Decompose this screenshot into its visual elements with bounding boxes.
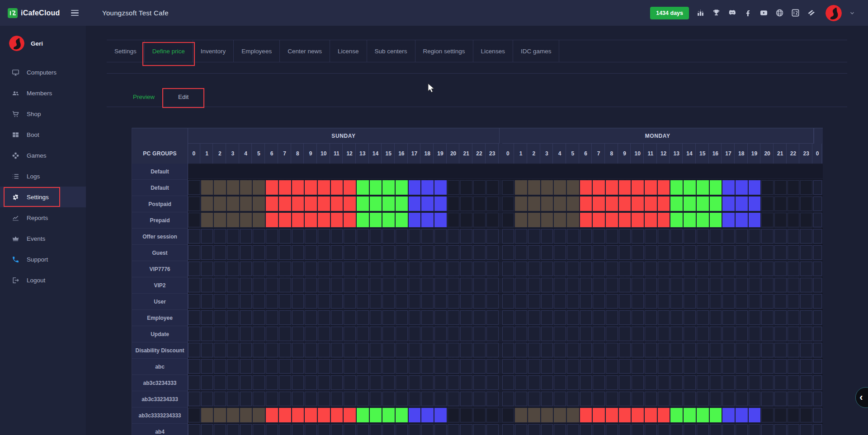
- schedule-cell: [761, 408, 774, 422]
- sidebar-item-logout[interactable]: Logout: [0, 270, 86, 290]
- schedule-cell: [645, 245, 657, 260]
- icafe-logo-icon[interactable]: [791, 9, 800, 17]
- hour-header: 13: [357, 144, 369, 164]
- schedule-cell: [434, 310, 447, 325]
- sidebar-item-computers[interactable]: Computers: [0, 62, 86, 83]
- schedule-cell: [370, 359, 382, 374]
- schedule-cell: [292, 310, 304, 325]
- schedule-cell: [421, 213, 434, 227]
- schedule-cell: [409, 359, 421, 374]
- row-label: Postpaid: [132, 196, 188, 212]
- schedule-cell: [800, 213, 812, 227]
- schedule-cell: [214, 424, 226, 435]
- tab-employees[interactable]: Employees: [234, 40, 280, 62]
- brand-zone: iCafeCloud: [0, 0, 86, 26]
- schedule-cell: [344, 375, 356, 390]
- hour-header: 15: [697, 144, 709, 164]
- sidebar-item-shop[interactable]: Shop: [0, 103, 86, 124]
- schedule-cell: [619, 180, 631, 195]
- schedule-cell: [710, 343, 722, 357]
- schedule-cell: [697, 262, 709, 276]
- schedule-cell: [788, 196, 800, 211]
- schedule-cell: [593, 375, 605, 390]
- sidebar-item-logs[interactable]: Logs: [0, 166, 86, 187]
- schedule-cell: [382, 408, 395, 422]
- schedule-cell: [460, 294, 472, 309]
- leaderboard-icon[interactable]: [696, 9, 705, 17]
- youtube-icon[interactable]: [760, 9, 768, 17]
- sidebar-item-boot[interactable]: Boot: [0, 124, 86, 145]
- gamepad-icon: [12, 152, 19, 159]
- schedule-cell: [460, 327, 472, 341]
- table-header: PC GROUPSSUNDAYMONDAY0123456789101112131…: [132, 128, 823, 164]
- sidebar-item-events[interactable]: Events: [0, 228, 86, 249]
- schedule-cell: [486, 229, 499, 243]
- schedule-cell: [409, 180, 421, 195]
- tab-idc-games[interactable]: IDC games: [513, 40, 560, 62]
- schedule-cell: [279, 180, 291, 195]
- schedule-cell: [774, 424, 787, 435]
- schedule-cell: [567, 180, 579, 195]
- schedule-cell: [486, 327, 499, 341]
- tab-region-settings[interactable]: Region settings: [415, 40, 473, 62]
- schedule-cell: [421, 343, 434, 357]
- schedule-cell: [774, 327, 787, 341]
- tab-define-price[interactable]: Define price: [145, 40, 193, 62]
- trophy-icon[interactable]: [712, 9, 721, 17]
- globe-icon[interactable]: [775, 9, 784, 17]
- schedule-cell: [331, 278, 343, 292]
- schedule-cell: [684, 213, 696, 227]
- schedule-cell: [710, 424, 722, 435]
- brand-layers-icon[interactable]: [807, 9, 816, 17]
- schedule-cell: [670, 343, 683, 357]
- schedule-cell: [684, 424, 696, 435]
- subtab-preview[interactable]: Preview: [121, 89, 166, 107]
- schedule-cell: [800, 196, 812, 211]
- schedule-cell: [266, 196, 278, 211]
- schedule-cell: [396, 375, 408, 390]
- hour-header: 8: [292, 144, 304, 164]
- schedule-cell: [710, 392, 722, 406]
- discord-icon[interactable]: [728, 9, 736, 17]
- facebook-icon[interactable]: [744, 9, 752, 17]
- schedule-cell: [409, 408, 421, 422]
- tab-license[interactable]: License: [330, 40, 367, 62]
- days-badge[interactable]: 1434 days: [650, 7, 689, 19]
- schedule-cell: [357, 408, 369, 422]
- schedule-cell: [606, 278, 618, 292]
- schedule-cell: [305, 196, 317, 211]
- schedule-cell: [396, 262, 408, 276]
- hour-header: 5: [253, 144, 265, 164]
- sidebar-item-support[interactable]: Support: [0, 249, 86, 270]
- schedule-cell: [409, 229, 421, 243]
- schedule-cell: [421, 392, 434, 406]
- schedule-cell: [448, 213, 460, 227]
- sidebar-item-reports[interactable]: Reports: [0, 207, 86, 228]
- user-avatar[interactable]: [9, 36, 24, 51]
- tab-sub-centers[interactable]: Sub centers: [367, 40, 415, 62]
- sidebar-item-games[interactable]: Games: [0, 145, 86, 166]
- schedule-cell: [292, 424, 304, 435]
- schedule-cell: [486, 262, 499, 276]
- tab-settings[interactable]: Settings: [107, 40, 145, 62]
- hamburger-menu-icon[interactable]: [71, 10, 79, 16]
- schedule-cell: [761, 343, 774, 357]
- schedule-cell: [645, 375, 657, 390]
- schedule-cell: [292, 196, 304, 211]
- schedule-cell: [554, 262, 566, 276]
- schedule-cell: [396, 408, 408, 422]
- tab-licenses[interactable]: Licenses: [473, 40, 513, 62]
- chevron-down-icon[interactable]: [849, 10, 855, 16]
- sidebar-item-settings[interactable]: Settings: [0, 187, 86, 207]
- schedule-cell: [813, 294, 822, 309]
- tab-center-news[interactable]: Center news: [280, 40, 330, 62]
- schedule-cell: [541, 408, 553, 422]
- schedule-cell: [460, 408, 472, 422]
- schedule-cell: [448, 180, 460, 195]
- schedule-cell: [749, 213, 761, 227]
- sidebar-item-members[interactable]: Members: [0, 83, 86, 103]
- avatar[interactable]: [826, 5, 842, 21]
- subtab-edit[interactable]: Edit: [166, 89, 200, 107]
- schedule-cell: [761, 196, 774, 211]
- tab-inventory[interactable]: Inventory: [193, 40, 234, 62]
